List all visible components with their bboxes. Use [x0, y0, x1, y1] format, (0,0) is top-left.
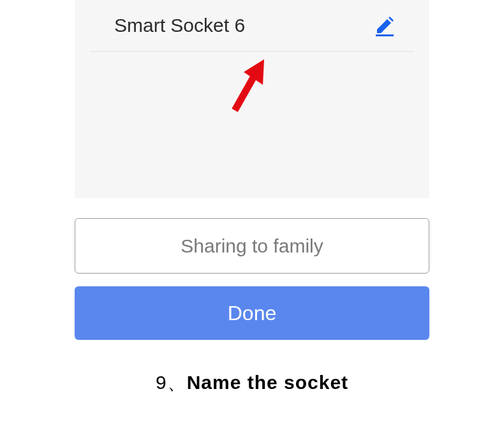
card-header: Smart Socket 6: [90, 0, 414, 52]
caption-text: Name the socket: [187, 372, 348, 393]
done-button[interactable]: Done: [75, 286, 429, 340]
edit-button[interactable]: [371, 13, 396, 38]
device-card: Smart Socket 6: [75, 0, 429, 198]
caption-number: 9、: [156, 372, 187, 393]
caption: 9、Name the socket: [0, 370, 504, 396]
sharing-button[interactable]: Sharing to family: [75, 218, 429, 274]
edit-icon: [372, 14, 395, 37]
device-name-label: Smart Socket 6: [114, 15, 245, 36]
svg-rect-0: [376, 34, 394, 36]
